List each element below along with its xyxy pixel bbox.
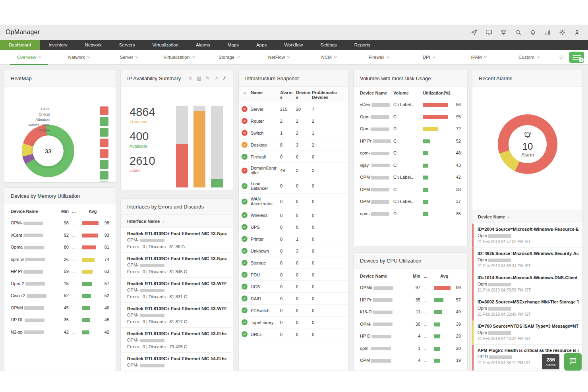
- table-row[interactable]: ×DomainController4922: [239, 163, 348, 178]
- remote-control-icon[interactable]: [485, 28, 493, 36]
- table-row[interactable]: OPMd45...46: [4, 302, 116, 314]
- column-header-device-name[interactable]: Device Name: [360, 274, 409, 278]
- table-header[interactable]: Interface Name ▲: [121, 215, 233, 228]
- table-row[interactable]: ✓WAN Accelerator000: [239, 194, 348, 209]
- subnav-tab-network[interactable]: Network: [54, 50, 104, 64]
- subnav-tab-storage[interactable]: Storage: [204, 50, 254, 64]
- table-row[interactable]: HP DL35...45: [4, 314, 116, 326]
- table-row[interactable]: ✓URLs000: [239, 328, 348, 340]
- table-row[interactable]: ✓Firewall000: [239, 151, 348, 163]
- table-row[interactable]: HP PrC:52: [354, 135, 467, 147]
- subnav-tab-firewall[interactable]: Firewall: [354, 50, 404, 64]
- table-row[interactable]: vijay-C:43: [354, 159, 467, 172]
- nav-tab-workflow[interactable]: Workflow: [275, 40, 311, 50]
- alarms-floating-badge[interactable]: 286 Alarms: [542, 354, 559, 369]
- table-row[interactable]: vCenC:\ Label...96: [354, 98, 467, 111]
- heatmap-cell[interactable]: [100, 149, 108, 158]
- table-row[interactable]: ✓Storage000: [239, 257, 348, 269]
- table-row[interactable]: HP D4...29: [354, 330, 467, 342]
- table-row[interactable]: ✓Unknown030: [239, 245, 348, 257]
- table-row[interactable]: opm-C:48: [354, 147, 467, 159]
- table-row[interactable]: ✓RAID000: [239, 293, 348, 305]
- nav-tab-virtualization[interactable]: Virtualization: [143, 40, 187, 50]
- table-row[interactable]: opm-w26...74: [4, 253, 116, 266]
- column-header-avg[interactable]: Avg: [79, 209, 109, 214]
- alarm-ring-icon[interactable]: [499, 28, 507, 36]
- notifications-icon[interactable]: [529, 28, 537, 36]
- table-row[interactable]: k16-D11...49: [354, 306, 467, 318]
- table-row[interactable]: ×Switch121: [239, 127, 348, 139]
- column-header-volume[interactable]: Volume: [393, 91, 423, 95]
- table-row[interactable]: ✓FCSwitch000: [239, 305, 348, 317]
- table-row[interactable]: OPMd97...99: [354, 282, 467, 294]
- interface-row[interactable]: Realtek RTL8139C+ Fast Ethernet NIC #3-N…: [121, 228, 233, 253]
- heatmap-cell[interactable]: [100, 128, 108, 137]
- subnav-tab-netflow[interactable]: NetFlow: [254, 50, 304, 64]
- table-row[interactable]: ✓PDU000: [239, 269, 348, 281]
- table-header[interactable]: Device Name ▲: [472, 210, 582, 223]
- table-row[interactable]: OPM-30...39: [354, 318, 467, 330]
- table-row[interactable]: ✓Printer010: [239, 233, 348, 245]
- table-row[interactable]: OpmC:95: [354, 111, 467, 123]
- heatmap-cell[interactable]: [100, 106, 108, 115]
- table-row[interactable]: OPMC:\ Label...37: [354, 195, 467, 208]
- expand-icon[interactable]: ↗: [214, 76, 218, 81]
- table-row[interactable]: opm-1...28: [354, 342, 467, 355]
- table-row[interactable]: ✓Wireless000: [239, 209, 348, 221]
- nav-tab-reports[interactable]: Reports: [346, 40, 379, 50]
- table-row[interactable]: ✓Load Balancer000: [239, 178, 348, 194]
- alarm-item[interactable]: ID=2004 Source=Microsoft-Windows-Resourc…: [472, 224, 582, 248]
- delete-icon[interactable]: ✗: [222, 76, 226, 81]
- table-row[interactable]: opm-D:35: [354, 208, 467, 220]
- heatmap-cell[interactable]: [100, 117, 108, 126]
- nav-tab-settings[interactable]: Settings: [311, 40, 346, 50]
- sort-toggle-icon[interactable]: ▴▾: [239, 90, 251, 95]
- interface-row[interactable]: Realtek RTL8139C+ Fast Ethernet NIC #3-W…: [121, 303, 233, 328]
- table-row[interactable]: vCent92...93: [4, 229, 116, 241]
- column-header-min[interactable]: Min: [409, 274, 420, 278]
- refresh-icon[interactable]: ↻: [188, 76, 192, 81]
- ip-availability-chart[interactable]: [176, 106, 223, 187]
- alarm-item[interactable]: ID=1014 Source=Microsoft-Windows-DNS-Cli…: [472, 272, 582, 296]
- alarm-item[interactable]: ID=6002 Source=MSExchange Mid-Tier Stora…: [472, 296, 582, 321]
- subnav-tab-server[interactable]: Server: [104, 50, 154, 64]
- export-icon[interactable]: ▤: [197, 76, 201, 81]
- search-icon[interactable]: [514, 28, 522, 36]
- column-header-device-name[interactable]: Device Name: [11, 209, 58, 214]
- alarms-donut-chart[interactable]: 10 Alarm: [498, 114, 557, 174]
- table-row[interactable]: OPM4...19: [354, 354, 467, 367]
- table-row[interactable]: ✓TapeLibrary000: [239, 317, 348, 328]
- interface-row[interactable]: Realtek RTL8139C+ Fast Ethernet NIC #3-N…: [121, 253, 233, 278]
- table-row[interactable]: ✓UPS000: [239, 221, 348, 233]
- nav-tab-apps[interactable]: Apps: [248, 40, 275, 50]
- table-row[interactable]: OPMC:38: [354, 183, 467, 196]
- interface-row[interactable]: Realtek RTL8139C+ Fast Ethernet NIC #3-W…: [121, 278, 233, 303]
- settings-gear-icon[interactable]: [558, 28, 566, 36]
- heatmap-cell[interactable]: [100, 171, 108, 180]
- column-header-min[interactable]: Min: [58, 209, 69, 214]
- table-row[interactable]: Opm-215...57: [4, 278, 116, 290]
- chat-support-button[interactable]: [564, 353, 582, 371]
- nav-tab-maps[interactable]: Maps: [219, 40, 248, 50]
- heatmap-cell[interactable]: [100, 160, 108, 169]
- table-row[interactable]: HP Pr59...63: [4, 265, 116, 278]
- user-avatar-icon[interactable]: [573, 28, 581, 36]
- interface-row[interactable]: Realtek RTL8139C+ Fast Ethernet NIC #3-E…: [121, 328, 233, 353]
- alarm-item[interactable]: ID=700 Source=NTDS ISAM Type=3 Message=N…: [472, 321, 582, 345]
- nav-tab-network[interactable]: Network: [76, 40, 110, 50]
- dashboard-menu-button[interactable]: +: [569, 52, 584, 63]
- subnav-tab-ncm[interactable]: NCM: [304, 50, 354, 64]
- table-row[interactable]: OpmD:72: [354, 123, 467, 135]
- subnav-tab-overview[interactable]: Overview: [4, 50, 54, 64]
- table-row[interactable]: ×Server215207: [239, 103, 348, 115]
- column-header-name[interactable]: Name: [251, 90, 280, 95]
- subnav-tab-virtualization[interactable]: Virtualization: [154, 50, 204, 64]
- table-row[interactable]: Cisco 252...52: [4, 290, 116, 302]
- column-header-alarms[interactable]: Alarms: [280, 90, 296, 100]
- nav-tab-dashboard[interactable]: Dashboard: [0, 40, 40, 50]
- signal-icon[interactable]: [544, 28, 551, 36]
- launch-icon[interactable]: [470, 28, 478, 36]
- nav-tab-alarms[interactable]: Alarms: [187, 40, 219, 50]
- table-row[interactable]: OPM-98...98: [4, 217, 116, 229]
- table-row[interactable]: ✓UCS000: [239, 281, 348, 293]
